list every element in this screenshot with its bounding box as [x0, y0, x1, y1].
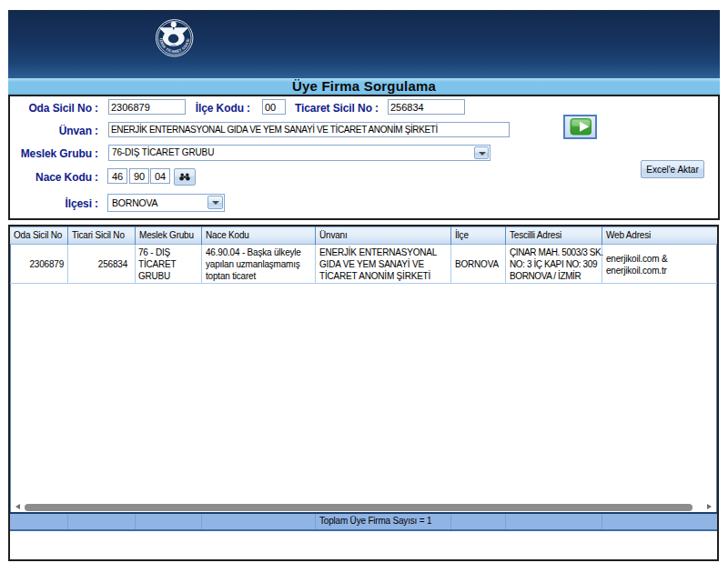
svg-text:1885: 1885 — [171, 44, 177, 45]
